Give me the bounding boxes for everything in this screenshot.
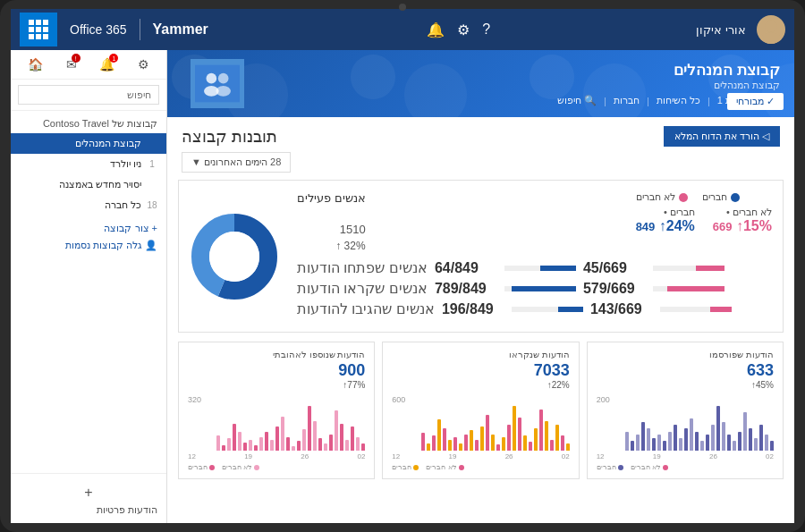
members-viewed: 789/849 — [435, 281, 497, 297]
mc-posted-percent: 45%↑ — [597, 380, 774, 390]
rp-discover-groups[interactable]: 👤 גלה קבוצות נסמות — [20, 240, 157, 251]
office365-label: Office 365 — [57, 22, 140, 37]
non-members-label: לא חברים — [636, 191, 675, 203]
mc-liked-axis: 02261912 — [188, 452, 365, 460]
members-label: חברים — [702, 191, 727, 203]
svg-point-1 — [760, 32, 782, 44]
date-filter-bar: 28 הימים האחרונים ▼ — [167, 152, 794, 180]
rp-group-num-1: 1 — [145, 159, 159, 169]
non-members-read: 45/669 — [583, 260, 646, 276]
group-action-members[interactable]: חברות — [614, 95, 640, 106]
au-rows: 45/669 64/849 אנשים שפתחו הודעות 579/669 — [297, 259, 772, 317]
rp-group-item-2[interactable]: יסויר מחדש באמצנה — [11, 174, 166, 195]
members-pct-label: חברים • — [636, 207, 695, 218]
settings-icon[interactable]: ⚙ — [457, 21, 470, 38]
non-members-replied: 143/669 — [590, 301, 653, 317]
rp-plus-button[interactable]: + — [20, 481, 157, 504]
non-members-count: 15%↑ 669 — [713, 218, 772, 234]
top-bar-icons: ? ⚙ 🔔 — [427, 21, 490, 38]
rp-icons-bar: ⚙ 🔔1 ✉! 🏠 — [11, 50, 166, 80]
rp-group-item-3[interactable]: 18 כל חברה — [11, 195, 166, 215]
active-users-title: אנשים פעילים — [297, 191, 366, 205]
donut-chart — [190, 191, 279, 321]
export-button[interactable]: ◁ הורד את הדוח המלא — [664, 126, 780, 147]
svg-point-4 — [218, 73, 229, 84]
svg-point-10 — [209, 232, 259, 282]
rp-group-name-3: כל חברה — [18, 199, 141, 211]
user-name: אורי איקון — [696, 23, 746, 37]
members-read: 64/849 — [435, 260, 497, 276]
rp-bell-icon[interactable]: 🔔1 — [99, 57, 114, 72]
rp-search-bar — [11, 80, 166, 111]
bottom-charts: הודעות שפורסמו 633 45%↑ 200 02261912 לא … — [178, 342, 784, 479]
au-row-replied: 143/669 196/849 אנשים שהגיבו להודעות — [297, 300, 772, 317]
rp-create-group[interactable]: + צור קבוצה — [20, 223, 157, 234]
rp-settings-icon[interactable]: ⚙ — [138, 57, 149, 72]
group-action-all[interactable]: כל השיחות — [657, 95, 700, 106]
mc-read-axis: 02261912 — [392, 452, 569, 460]
rp-group-name-0: קבוצת המנהלים — [18, 138, 141, 149]
rp-search-input[interactable] — [18, 85, 159, 105]
active-users-header: חברים לא חברים — [297, 191, 772, 252]
active-users-count: 1510 — [297, 212, 366, 240]
svg-point-0 — [765, 20, 777, 32]
mc-liked-title: הודעות שנוספו לאהובתי — [188, 350, 365, 359]
top-bar-right: Yammer Office 365 — [20, 13, 221, 46]
rp-group-name-2: יסויר מחדש באמצנה — [18, 179, 141, 190]
group-header: קבוצת המנהלים קבוצת המנהלים שיחות חדשות … — [167, 50, 794, 117]
mc-liked-legend: לא חברים חברים — [188, 463, 365, 471]
top-bar-left: אורי איקון — [696, 15, 785, 44]
row-label-replied: אנשים שהגיבו להודעות — [297, 300, 435, 317]
non-members-pct-label: לא חברים • — [713, 207, 772, 218]
help-icon[interactable]: ? — [482, 21, 490, 38]
main-content: קבוצת המנהלים קבוצת המנהלים שיחות חדשות … — [11, 50, 794, 523]
rp-bottom: + הודעות פרטיות — [11, 473, 166, 523]
rp-group-item-0[interactable]: קבוצת המנהלים — [11, 133, 166, 154]
active-users-data: חברים לא חברים — [297, 191, 772, 321]
mc-posted-count: 633 — [597, 361, 774, 380]
active-users-card: חברים לא חברים — [178, 180, 784, 333]
non-members-legend: לא חברים — [636, 191, 688, 203]
rp-mail-icon[interactable]: ✉! — [66, 57, 77, 72]
members-legend: חברים — [702, 191, 740, 203]
active-users-percent: 32% ↑ — [297, 240, 366, 252]
rp-actions: + צור קבוצה 👤 גלה קבוצות נסמות — [11, 215, 166, 264]
rp-group-item-1[interactable]: 1 ניו יולרד — [11, 154, 166, 174]
group-thumbnail — [191, 59, 244, 108]
app-launcher-icon[interactable] — [20, 13, 57, 46]
mc-read-legend: לא חברים חברים — [392, 463, 569, 471]
mc-posted-axis: 02261912 — [597, 452, 774, 460]
mc-liked-percent: 77%↑ — [188, 380, 365, 390]
non-members-viewed: 579/669 — [583, 281, 646, 297]
date-filter-button[interactable]: 28 הימים האחרונים ▼ — [182, 152, 291, 173]
rp-group-num-3: 18 — [145, 200, 159, 210]
active-users-number: 1510 — [340, 223, 366, 236]
rp-bottom-link[interactable]: הודעות פרטיות — [20, 504, 157, 516]
stats-area: חברים לא חברים — [167, 180, 794, 523]
mini-chart-posted: הודעות שפורסמו 633 45%↑ 200 02261912 לא … — [587, 342, 784, 479]
mc-liked-count: 900 — [188, 361, 365, 380]
mc-posted-max: 200 — [597, 395, 774, 404]
mc-read-count: 7033 — [392, 361, 569, 380]
rp-group-name-1: ניו יולרד — [18, 158, 141, 170]
mc-posted-title: הודעות שפורסמו — [597, 350, 774, 359]
page-title-bar: ◁ הורד את הדוח המלא תובנות קבוצה — [167, 117, 794, 152]
rp-home-icon[interactable]: 🏠 — [28, 57, 43, 72]
group-action-search[interactable]: 🔍 חיפוש — [557, 95, 597, 106]
mc-liked-max: 320 — [188, 395, 365, 404]
mc-read-max: 600 — [392, 395, 569, 404]
svg-point-3 — [207, 73, 217, 84]
page-title: תובנות קבוצה — [182, 127, 277, 147]
avatar[interactable] — [757, 15, 785, 44]
group-actions: שיחות חדשות 1 | כל השיחות | חברות | 🔍 חי… — [244, 95, 780, 106]
mevurach-button[interactable]: ✓ מבורחי — [727, 93, 784, 110]
mc-posted-bars — [597, 406, 774, 451]
group-info: קבוצת המנהלים קבוצת המנהלים שיחות חדשות … — [244, 61, 780, 106]
bell-icon[interactable]: 🔔 — [427, 21, 445, 38]
members-count: 24%↑ 849 — [636, 218, 695, 234]
divider — [140, 19, 140, 40]
svg-rect-2 — [195, 65, 240, 103]
group-name: קבוצת המנהלים — [244, 61, 780, 80]
row-label-read: אנשים שפתחו הודעות — [297, 259, 428, 276]
mc-read-bars — [392, 406, 569, 451]
